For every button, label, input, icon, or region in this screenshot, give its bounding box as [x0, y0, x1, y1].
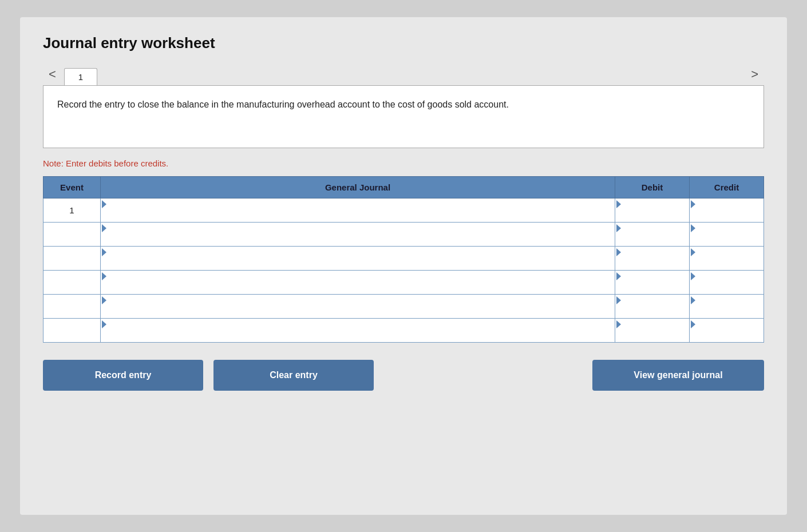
- event-cell: [43, 247, 101, 271]
- table-row: [43, 247, 764, 271]
- journal-input[interactable]: [101, 295, 615, 318]
- journal-input[interactable]: [101, 223, 615, 246]
- worksheet-container: Journal entry worksheet < 1 > Record the…: [20, 17, 787, 515]
- prev-tab-arrow[interactable]: <: [43, 63, 62, 85]
- button-row: Record entry Clear entry View general jo…: [43, 360, 764, 391]
- header-general-journal: General Journal: [101, 177, 615, 198]
- debit-cell[interactable]: [615, 295, 690, 319]
- debit-input[interactable]: [615, 295, 689, 318]
- table-row: [43, 295, 764, 319]
- debit-cell[interactable]: [615, 223, 690, 247]
- credit-input[interactable]: [690, 319, 764, 342]
- credit-input[interactable]: [690, 295, 764, 318]
- journal-cell[interactable]: [101, 271, 615, 295]
- tab-navigation: < 1 >: [43, 63, 764, 85]
- event-cell: [43, 295, 101, 319]
- clear-entry-button[interactable]: Clear entry: [213, 360, 374, 391]
- event-cell: 1: [43, 198, 101, 223]
- tab-1[interactable]: 1: [64, 68, 97, 85]
- next-tab-arrow[interactable]: >: [745, 63, 764, 85]
- view-general-journal-button[interactable]: View general journal: [592, 360, 764, 391]
- page-title: Journal entry worksheet: [43, 34, 764, 52]
- header-debit: Debit: [615, 177, 690, 198]
- credit-cell[interactable]: [690, 247, 764, 271]
- journal-input[interactable]: [101, 247, 615, 270]
- journal-cell[interactable]: [101, 198, 615, 223]
- debit-cell[interactable]: [615, 198, 690, 223]
- instruction-text: Record the entry to close the balance in…: [57, 100, 509, 109]
- debit-input[interactable]: [615, 319, 689, 342]
- debit-cell[interactable]: [615, 271, 690, 295]
- debit-cell[interactable]: [615, 247, 690, 271]
- debit-input[interactable]: [615, 223, 689, 246]
- table-row: 1: [43, 198, 764, 223]
- header-event: Event: [43, 177, 101, 198]
- credit-cell[interactable]: [690, 295, 764, 319]
- debit-input[interactable]: [615, 247, 689, 270]
- debit-input[interactable]: [615, 271, 689, 294]
- debit-cell[interactable]: [615, 319, 690, 343]
- debit-input[interactable]: [615, 198, 689, 222]
- journal-input[interactable]: [101, 319, 615, 342]
- credit-cell[interactable]: [690, 271, 764, 295]
- journal-table: Event General Journal Debit Credit 1: [43, 176, 764, 343]
- credit-cell[interactable]: [690, 223, 764, 247]
- journal-cell[interactable]: [101, 319, 615, 343]
- credit-input[interactable]: [690, 223, 764, 246]
- instruction-box: Record the entry to close the balance in…: [43, 85, 764, 148]
- event-cell: [43, 271, 101, 295]
- journal-cell[interactable]: [101, 223, 615, 247]
- credit-input[interactable]: [690, 198, 764, 222]
- event-cell: [43, 223, 101, 247]
- table-row: [43, 271, 764, 295]
- journal-input[interactable]: [101, 271, 615, 294]
- credit-cell[interactable]: [690, 319, 764, 343]
- table-row: [43, 319, 764, 343]
- credit-input[interactable]: [690, 271, 764, 294]
- journal-cell[interactable]: [101, 295, 615, 319]
- credit-cell[interactable]: [690, 198, 764, 223]
- journal-input[interactable]: [101, 198, 615, 222]
- credit-input[interactable]: [690, 247, 764, 270]
- header-credit: Credit: [690, 177, 764, 198]
- event-cell: [43, 319, 101, 343]
- journal-cell[interactable]: [101, 247, 615, 271]
- table-row: [43, 223, 764, 247]
- note-text: Note: Enter debits before credits.: [43, 158, 764, 168]
- record-entry-button[interactable]: Record entry: [43, 360, 203, 391]
